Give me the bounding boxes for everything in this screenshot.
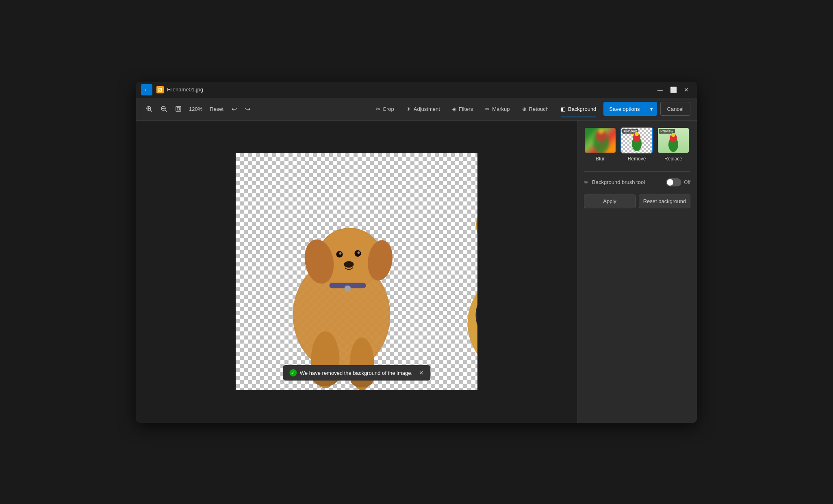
toggle-row: Off [666, 178, 690, 186]
fit-icon [175, 106, 182, 112]
svg-line-1 [150, 110, 152, 112]
svg-point-25 [344, 286, 351, 292]
replace-preview: Preview [658, 128, 689, 153]
filters-tool-button[interactable]: ◈ Filters [447, 101, 479, 117]
panel-divider [584, 171, 690, 172]
toast-notification: ✓ We have removed the background of the … [283, 365, 430, 381]
right-panel: Blur Preview Remove [577, 121, 697, 423]
close-button[interactable]: ✕ [681, 84, 692, 95]
maximize-button[interactable]: ⬜ [668, 84, 679, 95]
background-label: Background [568, 106, 596, 112]
fit-button[interactable] [172, 102, 185, 116]
svg-point-16 [357, 251, 360, 254]
blur-parrot-icon [584, 127, 616, 154]
replace-label: Replace [664, 156, 682, 162]
dogs-image [236, 153, 477, 390]
toast-message: We have removed the background of the im… [300, 370, 412, 376]
svg-line-5 [165, 110, 167, 112]
bg-option-replace[interactable]: Preview Replace [657, 127, 690, 162]
crop-tool-button[interactable]: ✂ Crop [370, 101, 400, 117]
app-icon: 🖼 [156, 86, 164, 93]
crop-label: Crop [383, 106, 394, 112]
brush-tool-row: ✏ Background brush tool Off [584, 178, 690, 186]
markup-label: Markup [492, 106, 510, 112]
zoom-out-icon [161, 106, 167, 112]
blur-preview [584, 127, 616, 154]
save-options-main[interactable]: Save options [603, 102, 646, 116]
canvas-area: ✓ We have removed the background of the … [136, 121, 577, 423]
image-canvas: ✓ We have removed the background of the … [236, 153, 477, 390]
replace-thumb[interactable]: Preview [657, 127, 690, 154]
background-tool-button[interactable]: ◧ Background [555, 101, 602, 117]
remove-thumb[interactable]: Preview [620, 127, 653, 154]
svg-point-26 [467, 270, 477, 376]
undo-button[interactable]: ↩ [228, 102, 240, 116]
background-icon: ◧ [561, 106, 566, 112]
retouch-tool-button[interactable]: ⊕ Retouch [516, 101, 554, 117]
cancel-button[interactable]: Cancel [660, 102, 690, 116]
window-title: Filename01.jpg [167, 87, 655, 93]
zoom-in-button[interactable] [143, 102, 156, 116]
back-button[interactable]: ← [141, 84, 152, 95]
brush-tool-label: Background brush tool [592, 179, 663, 185]
svg-point-51 [599, 128, 604, 134]
retouch-icon: ⊕ [522, 106, 527, 112]
toolbar-left: 120% Reset ↩ ↪ [143, 102, 369, 116]
adjustment-tool-button[interactable]: ☀ Adjustment [401, 101, 446, 117]
svg-point-54 [635, 132, 639, 136]
adjustment-icon: ☀ [406, 106, 411, 112]
adjustment-label: Adjustment [414, 106, 440, 112]
app-icon-symbol: 🖼 [158, 87, 163, 92]
brush-icon: ✏ [584, 179, 589, 186]
background-options: Blur Preview Remove [584, 127, 690, 162]
retouch-label: Retouch [529, 106, 549, 112]
save-options-dropdown[interactable]: ▾ [646, 102, 657, 116]
title-bar: ← 🖼 Filename01.jpg — ⬜ ✕ [136, 82, 697, 98]
brush-tool-toggle[interactable] [666, 178, 681, 186]
remove-parrot-icon [629, 132, 645, 152]
main-content: ✓ We have removed the background of the … [136, 121, 697, 423]
svg-point-17 [344, 261, 354, 268]
toolbar-right: Save options ▾ Cancel [603, 102, 690, 116]
blur-thumb[interactable] [584, 127, 616, 154]
svg-rect-7 [176, 106, 181, 111]
window-controls: — ⬜ ✕ [655, 84, 692, 95]
toast-close-button[interactable]: ✕ [419, 370, 424, 376]
markup-tool-button[interactable]: ✏ Markup [479, 101, 515, 117]
app-window: ← 🖼 Filename01.jpg — ⬜ ✕ [136, 82, 697, 423]
redo-button[interactable]: ↪ [242, 102, 254, 116]
bg-option-blur[interactable]: Blur [584, 127, 616, 162]
bg-option-remove[interactable]: Preview Remove [620, 127, 653, 162]
reset-background-button[interactable]: Reset background [639, 195, 690, 208]
markup-icon: ✏ [485, 106, 490, 112]
reset-button[interactable]: Reset [206, 102, 227, 116]
filters-icon: ◈ [452, 106, 456, 112]
blur-label: Blur [596, 156, 604, 162]
apply-button[interactable]: Apply [584, 195, 636, 208]
svg-point-30 [471, 205, 477, 255]
nav-tools: ✂ Crop ☀ Adjustment ◈ Filters ✏ Markup ⊕… [370, 101, 602, 117]
svg-point-57 [671, 133, 675, 137]
minimize-button[interactable]: — [655, 84, 666, 95]
zoom-level: 120% [187, 102, 205, 116]
filters-label: Filters [459, 106, 473, 112]
replace-parrot-icon [665, 132, 681, 153]
zoom-in-icon [146, 106, 152, 112]
toolbar: 120% Reset ↩ ↪ ✂ Crop ☀ Adjustment ◈ Fil… [136, 98, 697, 121]
svg-rect-8 [177, 108, 180, 110]
toast-check-icon: ✓ [289, 369, 297, 376]
toggle-off-label: Off [684, 180, 690, 185]
back-icon: ← [144, 87, 150, 93]
crop-icon: ✂ [376, 106, 380, 112]
svg-point-15 [339, 252, 341, 255]
toggle-knob [667, 179, 673, 186]
action-buttons: Apply Reset background [584, 195, 690, 208]
remove-label: Remove [628, 156, 646, 162]
zoom-out-button[interactable] [157, 102, 170, 116]
save-options-button[interactable]: Save options ▾ [603, 102, 657, 116]
